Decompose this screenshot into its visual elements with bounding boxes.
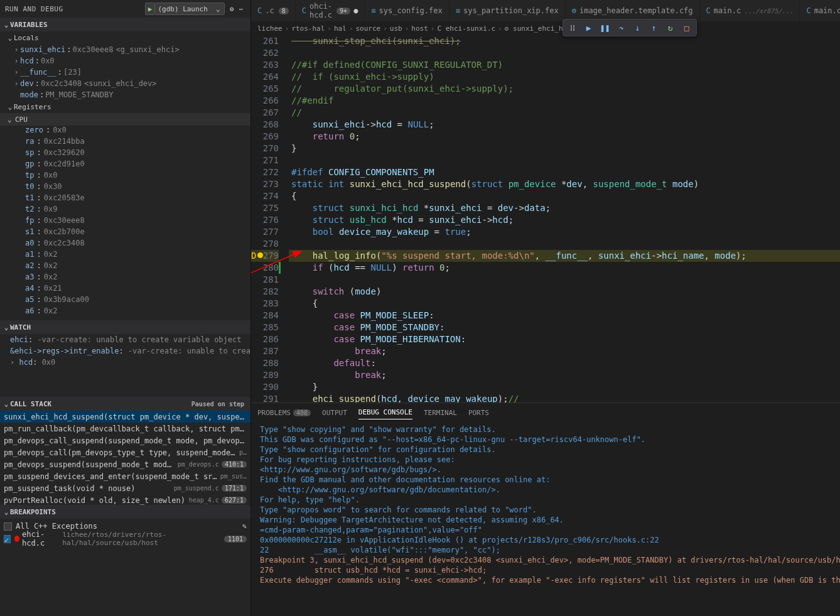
breakpoints-section-header[interactable]: ⌄BREAKPOINTS	[0, 505, 250, 519]
code-editor[interactable]: 2612622632642652662672682692702712722732…	[251, 35, 840, 403]
file-icon: ≡	[456, 6, 460, 15]
console-line: 276 struct usb_hcd *hcd = sunxi_ehci->hc…	[260, 565, 840, 575]
panel-tabs: PROBLEMS408OUTPUTDEBUG CONSOLETERMINALPO…	[251, 403, 840, 422]
register-row[interactable]: t2:0x9	[0, 205, 250, 216]
register-row[interactable]: ra:0xc214bba	[0, 137, 250, 148]
console-line: 22 __asm__ volatile("wfi":::"memory", "c…	[260, 545, 840, 555]
registers-header[interactable]: ⌄Registers	[0, 100, 250, 113]
editor-tab[interactable]: C.c8	[251, 0, 296, 21]
watch-item[interactable]: › hcd: 0x0	[0, 357, 250, 368]
editor-tab[interactable]: ⚙image_header.template.cfg	[566, 0, 700, 21]
register-row[interactable]: s1:0xc2b700e	[0, 227, 250, 239]
console-line: For bug reporting instructions, please s…	[260, 455, 840, 465]
step-out-button[interactable]: ↑	[649, 22, 660, 33]
panel-tab[interactable]: TERMINAL	[424, 406, 457, 419]
editor-tab[interactable]: Cmain.c.../r128s3/...	[800, 0, 840, 21]
breadcrumb-item[interactable]: C ehci-sunxi.c	[437, 24, 495, 33]
stack-frame[interactable]: sunxi_ehci_hcd_suspend(struct pm_device …	[0, 411, 250, 423]
panel-tab[interactable]: DEBUG CONSOLE	[358, 406, 412, 419]
stack-frame[interactable]: pm_suspend_task(void * nouse)pm_suspend.…	[0, 482, 250, 494]
stack-frame[interactable]: pm_suspend_devices_and_enter(suspend_mod…	[0, 470, 250, 482]
register-row[interactable]: a1:0x2	[0, 250, 250, 261]
gear-icon[interactable]: ⚙	[230, 5, 234, 13]
stack-frame[interactable]: pm_run_callback(pm_devcallback_t callbac…	[0, 423, 250, 435]
debug-console[interactable]: Type "show copying" and "show warranty" …	[251, 422, 840, 616]
step-into-button[interactable]: ↓	[632, 22, 643, 33]
file-icon: C	[257, 6, 262, 15]
register-row[interactable]: a0:0xc2c3408	[0, 239, 250, 250]
register-row[interactable]: a6:0x2	[0, 306, 250, 318]
stack-frame[interactable]: pm_devops_call(pm_devops_type_t type, su…	[0, 446, 250, 458]
register-row[interactable]: t1:0xc20583e	[0, 193, 250, 205]
breadcrumb-item[interactable]: hal	[334, 24, 347, 33]
breadcrumb-item[interactable]: ⊘ sunxi_ehci_hc	[505, 24, 567, 33]
register-row[interactable]: sp:0xc329620	[0, 148, 250, 159]
launch-config-select[interactable]: (gdb) Launch ⌄	[154, 3, 224, 15]
panel-tab[interactable]: PROBLEMS408	[257, 406, 311, 419]
restart-button[interactable]: ↻	[665, 22, 676, 33]
editor-tab[interactable]: Cohci-hcd.c9+●	[296, 0, 365, 21]
pencil-icon[interactable]: ✎	[242, 522, 247, 531]
local-var[interactable]: mode: PM_MODE_STANDBY	[0, 89, 250, 100]
start-debug-button[interactable]: ▶	[145, 3, 155, 15]
more-icon[interactable]: ⋯	[239, 5, 243, 13]
breadcrumb-item[interactable]: usb	[390, 24, 402, 33]
register-row[interactable]: a3:0x2	[0, 273, 250, 284]
breadcrumb[interactable]: lichee›rtos-hal›hal›source›usb›host›C eh…	[251, 21, 840, 35]
console-line: Find the GDB manual and other documentat…	[260, 475, 840, 485]
cpu-group[interactable]: ⌄CPU	[0, 113, 250, 126]
local-var[interactable]: ›sunxi_ehci: 0xc30eee8 <g_sunxi_ehci>	[0, 44, 250, 55]
register-row[interactable]: a5:0x3b9aca00	[0, 295, 250, 306]
breadcrumb-item[interactable]: host	[411, 24, 428, 33]
watch-item[interactable]: &ehci->regs->intr_enable: -var-create: u…	[0, 345, 250, 357]
register-row[interactable]: gp:0xc2d91e0	[0, 159, 250, 171]
editor-tab[interactable]: ≡sys_config.fex	[365, 0, 449, 21]
callstack-section-header[interactable]: ⌄CALL STACKPaused on step	[0, 397, 250, 411]
panel-tab[interactable]: PORTS	[468, 406, 489, 419]
editor-tab[interactable]: Cmain.c.../xr875/...	[700, 0, 800, 21]
local-var[interactable]: ›hcd: 0x0	[0, 55, 250, 67]
stack-frame[interactable]: pm_devops_suspend(suspend_mode_t mode)pm…	[0, 458, 250, 470]
console-line: =cmd-param-changed,param="pagination",va…	[260, 525, 840, 535]
console-line: Execute debugger commands using "-exec <…	[260, 575, 840, 585]
register-row[interactable]: fp:0xc30eee8	[0, 216, 250, 227]
console-line: Type "apropos word" to search for comman…	[260, 505, 840, 515]
console-line: For help, type "help".	[260, 495, 840, 505]
breakpoint-dot-icon	[14, 536, 19, 542]
console-line: <http://www.gnu.org/software/gdb/bugs/>.	[260, 465, 840, 475]
debug-toolbar: ⁞⁞ ▶ ❚❚ ↷ ↓ ↑ ↻ □	[563, 19, 697, 36]
register-row[interactable]: zero:0x0	[0, 126, 250, 137]
file-icon: C	[706, 6, 711, 15]
file-icon: ≡	[371, 6, 375, 15]
step-over-button[interactable]: ↷	[616, 22, 627, 33]
register-row[interactable]: tp:0x0	[0, 171, 250, 182]
watch-item[interactable]: ehci: -var-create: unable to create vari…	[0, 334, 250, 345]
stop-button[interactable]: □	[681, 22, 692, 33]
breadcrumb-item[interactable]: source	[355, 24, 380, 33]
run-and-debug-header: RUN AND DEBUG ▶ (gdb) Launch ⌄ ⚙ ⋯	[0, 0, 250, 18]
editor-tabs: C.c8Cohci-hcd.c9+●≡sys_config.fex≡sys_pa…	[251, 0, 840, 21]
console-line: Type "show copying" and "show warranty" …	[260, 424, 840, 435]
pause-button[interactable]: ❚❚	[600, 22, 611, 33]
breadcrumb-item[interactable]: rtos-hal	[291, 24, 325, 33]
stack-frame[interactable]: pm_devops_call_suspend(suspend_mode_t mo…	[0, 435, 250, 446]
stack-frame[interactable]: pvPortRealloc(void * old, size_t newlen)…	[0, 494, 250, 505]
console-line: 0x000000000c27212e in vApplicationIdleHo…	[260, 535, 840, 545]
editor-tab[interactable]: ≡sys_partition_xip.fex	[450, 0, 566, 21]
register-row[interactable]: a4:0x21	[0, 284, 250, 295]
breakpoint-row[interactable]: ✓ehci-hcd.clichee/rtos/drivers/rtos-hal/…	[0, 532, 250, 545]
register-row[interactable]: a2:0x2	[0, 261, 250, 273]
watch-section-header[interactable]: ⌄WATCH	[0, 320, 250, 334]
variables-section-header[interactable]: ⌄VARIABLES	[0, 18, 250, 31]
toolbar-grip-icon[interactable]: ⁞⁞	[567, 22, 578, 33]
continue-button[interactable]: ▶	[583, 22, 595, 33]
panel-tab[interactable]: OUTPUT	[322, 406, 347, 419]
checkbox[interactable]: ✓	[4, 535, 11, 543]
breadcrumb-item[interactable]: lichee	[257, 24, 283, 33]
local-var[interactable]: ›__func__: [23]	[0, 67, 250, 78]
locals-header[interactable]: ⌄Locals	[0, 31, 250, 44]
register-row[interactable]: t0:0x30	[0, 182, 250, 193]
console-line: Breakpoint 3, sunxi_ehci_hcd_suspend (de…	[260, 555, 840, 565]
checkbox[interactable]	[4, 522, 12, 531]
local-var[interactable]: ›dev: 0xc2c3408 <sunxi_ehci_dev>	[0, 78, 250, 89]
